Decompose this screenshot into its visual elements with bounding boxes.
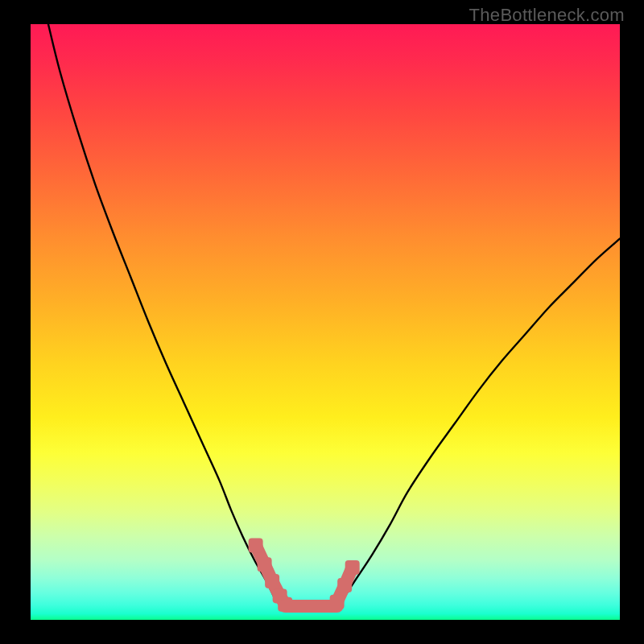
- chart-gradient-background: [31, 24, 620, 620]
- watermark-text: TheBottleneck.com: [469, 5, 625, 26]
- chart-frame: TheBottleneck.com: [0, 0, 644, 644]
